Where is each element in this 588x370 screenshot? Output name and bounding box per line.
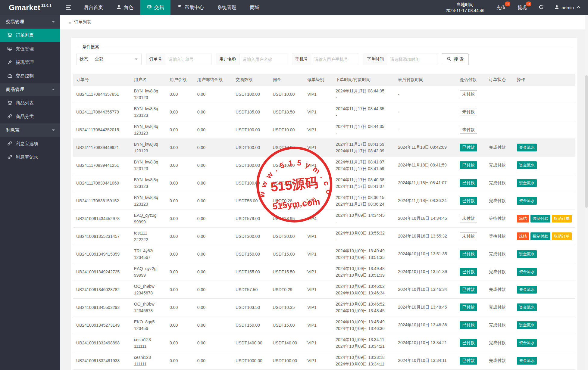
cell-actions: 资金流水: [514, 139, 575, 157]
phone-input[interactable]: [311, 54, 359, 65]
action-button[interactable]: 资金流水: [517, 197, 537, 205]
action-button[interactable]: 强制付款: [530, 232, 550, 240]
cell-order-time: 2024年11月17日 08:44:35-: [333, 86, 395, 103]
cell-order-time: 2024年11月17日 08:44:35-: [333, 103, 395, 121]
action-button[interactable]: 资金流水: [517, 321, 537, 329]
cell-order-status: 完成付款: [486, 316, 514, 334]
pay-status-badge: 已付款: [460, 303, 477, 311]
order-no-input[interactable]: [165, 54, 211, 65]
cell-amount: USDT100.00: [233, 121, 270, 139]
cell-last-pay-time: 2024年10月10日 13:46:36: [395, 316, 457, 334]
sidebar-group-header[interactable]: 商品管理: [0, 83, 60, 96]
cell-order-no: UB2410091332491933: [73, 352, 131, 370]
link-icon: [7, 114, 12, 120]
search-button[interactable]: 搜 索: [442, 54, 468, 65]
withdraw-badge: 0: [526, 2, 531, 6]
nav-menu-item-2[interactable]: 交易: [140, 0, 170, 15]
sidebar-item[interactable]: 利息宝选项: [0, 137, 60, 151]
action-button[interactable]: 资金流水: [517, 286, 537, 294]
vertical-scrollbar[interactable]: [585, 15, 588, 370]
cell-user: EAQ_qyz2gi99999: [131, 263, 167, 281]
action-button[interactable]: 资金流水: [517, 250, 537, 258]
order-time-input[interactable]: [387, 54, 437, 65]
cell-balance: 0.00: [167, 157, 194, 174]
cell-order-time: 2024年11月17日 08:44:35-: [333, 121, 395, 139]
action-button[interactable]: 资金流水: [517, 268, 537, 276]
table-row: UB2411170844357851 BYN_kw8j8q123123 0.00…: [73, 86, 575, 103]
cart-icon: [7, 33, 12, 39]
nav-menu-item-1[interactable]: 角色: [110, 0, 140, 15]
pay-status-badge: 未付款: [460, 126, 477, 134]
cell-actions: 冻结强制付款取消订单: [514, 228, 575, 245]
cell-user: EKO_8gq5123456: [131, 316, 167, 334]
pay-status-badge: 已付款: [460, 357, 477, 365]
username-input[interactable]: [239, 54, 287, 65]
cell-level: VIP1: [304, 263, 333, 281]
action-button[interactable]: 强制付款: [530, 215, 550, 222]
cell-actions: 资金流水: [514, 192, 575, 210]
flag-icon: [177, 5, 182, 11]
order-no-label: 订单号: [146, 54, 165, 65]
cell-order-time: 2024年11月17日 08:40:382024年11月17日 08:41:07: [333, 174, 395, 192]
main-menu: 后台首页 角色 交易 帮助中心 系统管理 商城: [77, 0, 266, 15]
cell-pay-status: 已付款: [457, 299, 486, 316]
cell-actions: 资金流水: [514, 299, 575, 316]
cell-user: BYN_kw8j8q123123: [131, 103, 167, 121]
action-button[interactable]: 资金流水: [517, 339, 537, 347]
cell-commission: USDT15.50: [270, 263, 304, 281]
cell-order-status: [486, 86, 514, 103]
cell-order-time: 2024年10月09日 14:34:45-: [333, 210, 395, 228]
sidebar-group-header[interactable]: 利息宝: [0, 123, 60, 137]
sidebar-item[interactable]: 订单列表: [0, 29, 60, 42]
pay-status-badge: 未付款: [460, 232, 477, 240]
cell-frozen: 0.00: [194, 281, 233, 299]
action-button[interactable]: 资金流水: [517, 161, 537, 169]
sidebar-item[interactable]: 交易控制: [0, 69, 60, 83]
action-button[interactable]: 资金流水: [517, 303, 537, 311]
sidebar-item[interactable]: 商品列表: [0, 96, 60, 110]
cell-pay-status: 已付款: [457, 281, 486, 299]
action-button[interactable]: 资金流水: [517, 179, 537, 187]
nav-menu-item-5[interactable]: 商城: [243, 0, 266, 15]
action-button[interactable]: 冻结: [517, 232, 529, 240]
action-button[interactable]: 取消订单: [552, 232, 572, 240]
cell-frozen: 0.00: [194, 263, 233, 281]
sidebar-item[interactable]: 利息宝记录: [0, 151, 60, 164]
cell-order-status: 完成付款: [486, 352, 514, 370]
cell-commission: USDT10.00: [270, 174, 304, 192]
action-button[interactable]: 冻结: [517, 215, 529, 222]
main-area: » 订单列表 条件搜索 状态 全部 订单号 用: [60, 15, 588, 370]
withdraw-button[interactable]: 提现 0: [511, 0, 533, 15]
cell-user: BYN_kw8j8q123123: [131, 121, 167, 139]
nav-menu-item-3[interactable]: 帮助中心: [170, 0, 211, 15]
action-button[interactable]: 取消订单: [552, 215, 572, 222]
sidebar-collapse-icon[interactable]: [60, 0, 77, 15]
refresh-button[interactable]: [533, 0, 550, 15]
cell-balance: 0.00: [167, 245, 194, 263]
cell-amount: USDT100.00: [233, 174, 270, 192]
cell-order-time: 2024年10月09日 13:46:522024年10月09日 13:48:45: [333, 299, 395, 316]
scrollbar-thumb[interactable]: [585, 75, 588, 208]
cell-order-status: 完成付款: [486, 245, 514, 263]
action-button[interactable]: 资金流水: [517, 144, 537, 151]
recharge-button[interactable]: 充值 0: [490, 0, 511, 15]
user-menu[interactable]: admin: [550, 0, 588, 15]
app-version: 21.0.1: [41, 4, 52, 7]
cell-level: VIP1: [304, 299, 333, 316]
cell-commission: USDT15.00: [270, 316, 304, 334]
status-filter: 状态 全部: [76, 54, 142, 65]
cell-order-time: 2024年10月09日 13:49:492024年10月09日 13:51:35: [333, 245, 395, 263]
table-row: UB2411170836159152 BYN_kw8j8q123123 0.00…: [73, 192, 575, 210]
cell-balance: 0.00: [167, 192, 194, 210]
sidebar-item[interactable]: 商品分类: [0, 110, 60, 123]
status-select[interactable]: 全部: [91, 54, 141, 65]
sidebar-group-header[interactable]: 交易管理: [0, 15, 60, 29]
action-button[interactable]: 资金流水: [517, 357, 537, 365]
sidebar-item[interactable]: 提现管理: [0, 56, 60, 69]
nav-menu-item-4[interactable]: 系统管理: [211, 0, 243, 15]
sidebar-item[interactable]: 充值管理: [0, 42, 60, 56]
cell-order-no: UB2410091345503293: [73, 299, 131, 316]
person-icon: [116, 5, 121, 11]
column-header: 佣金: [270, 74, 304, 86]
nav-menu-item-0[interactable]: 后台首页: [77, 0, 110, 15]
